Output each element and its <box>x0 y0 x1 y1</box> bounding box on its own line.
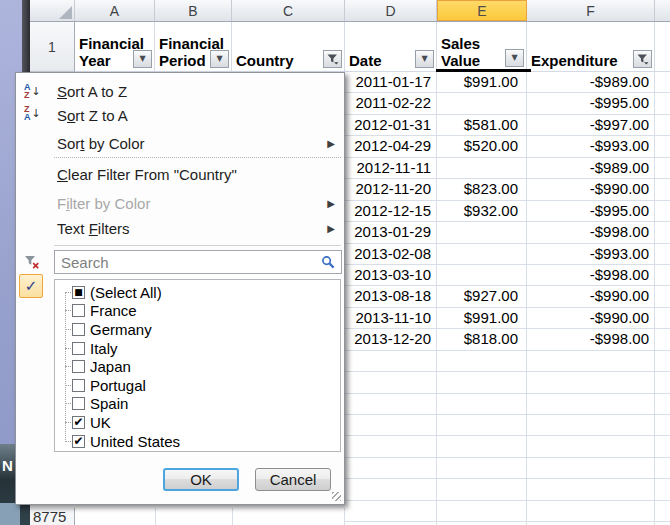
list-item-portugal[interactable]: Portugal <box>55 376 340 395</box>
cell-empty[interactable] <box>527 501 655 521</box>
column-header-g-partial[interactable] <box>655 0 670 21</box>
cell-empty[interactable] <box>655 458 670 478</box>
checkbox-germany[interactable] <box>72 323 85 336</box>
cell-expenditure[interactable]: -$995.00 <box>527 93 655 113</box>
cell-sales[interactable]: $581.00 <box>437 115 527 135</box>
cell-extra[interactable] <box>655 244 670 264</box>
list-item-spain[interactable]: Spain <box>55 395 340 414</box>
cell-expenditure[interactable]: -$989.00 <box>527 158 655 178</box>
cell-empty[interactable] <box>655 436 670 456</box>
cell-date[interactable]: 2011-02-22 <box>345 93 437 113</box>
cell-extra[interactable] <box>655 115 670 135</box>
cell-empty[interactable] <box>437 458 527 478</box>
cell-empty[interactable] <box>655 479 670 499</box>
cell-sales[interactable] <box>437 265 527 285</box>
list-item-united-states[interactable]: ✔ United States <box>55 432 340 451</box>
menu-item-sort-by-color[interactable]: Sort by Color ▶ <box>17 131 343 155</box>
cell-sales[interactable] <box>437 158 527 178</box>
cell-extra[interactable] <box>655 136 670 156</box>
cancel-button[interactable]: Cancel <box>255 468 331 491</box>
cell-empty[interactable] <box>437 372 527 392</box>
cell-date[interactable]: 2013-08-18 <box>345 286 437 306</box>
cell-empty[interactable] <box>437 351 527 371</box>
filter-dropdown-button-sales[interactable]: ▼ <box>505 49 524 67</box>
cell-empty[interactable] <box>345 436 437 456</box>
header-cell-financial-period[interactable]: Financial Period ▼ <box>155 22 232 72</box>
checkbox-italy[interactable] <box>72 342 85 355</box>
cell-empty[interactable] <box>527 415 655 435</box>
cell-expenditure[interactable]: -$993.00 <box>527 244 655 264</box>
cell-date[interactable]: 2013-02-08 <box>345 244 437 264</box>
cell-sales[interactable]: $818.00 <box>437 329 527 349</box>
select-all-corner[interactable] <box>30 0 75 21</box>
ok-button[interactable]: OK <box>163 468 239 491</box>
checkbox-united-states[interactable]: ✔ <box>72 435 85 448</box>
cell-empty[interactable] <box>437 415 527 435</box>
cell-expenditure[interactable]: -$990.00 <box>527 308 655 328</box>
cell-extra[interactable] <box>655 158 670 178</box>
cell-date[interactable]: 2013-12-20 <box>345 329 437 349</box>
cell-sales[interactable]: $520.00 <box>437 136 527 156</box>
column-header-d[interactable]: D <box>345 0 437 21</box>
cell-date[interactable]: 2013-11-10 <box>345 308 437 328</box>
column-header-b[interactable]: B <box>155 0 232 21</box>
header-cell-g-partial[interactable] <box>655 22 670 72</box>
checkbox-japan[interactable] <box>72 360 85 373</box>
column-header-f[interactable]: F <box>527 0 655 21</box>
cell-empty[interactable] <box>437 436 527 456</box>
cell-date[interactable]: 2012-01-31 <box>345 115 437 135</box>
cell-sales[interactable] <box>437 244 527 264</box>
checkbox-uk[interactable]: ✔ <box>72 416 85 429</box>
cell-empty[interactable] <box>345 394 437 414</box>
cell-empty[interactable] <box>345 501 437 521</box>
header-cell-date[interactable]: Date ▼ <box>345 22 437 72</box>
search-input[interactable] <box>55 251 325 273</box>
cell-empty[interactable] <box>527 479 655 499</box>
menu-item-sort-z-to-a[interactable]: Z A ↓ Sort Z to A <box>17 103 343 127</box>
filter-dropdown-button-year[interactable]: ▼ <box>133 50 152 68</box>
cell-expenditure[interactable]: -$990.00 <box>527 179 655 199</box>
cell-empty[interactable] <box>437 394 527 414</box>
cell-sales[interactable]: $823.00 <box>437 179 527 199</box>
cell-date[interactable]: 2012-11-20 <box>345 179 437 199</box>
cell-empty[interactable] <box>345 372 437 392</box>
search-icon[interactable] <box>321 255 336 274</box>
checkbox-select-all[interactable]: ■ <box>72 286 85 299</box>
filter-dropdown-button-country-active[interactable] <box>323 50 342 68</box>
cell-empty[interactable] <box>655 351 670 371</box>
filter-dropdown-button-period[interactable]: ▼ <box>210 50 229 68</box>
cell-empty[interactable] <box>345 458 437 478</box>
cell-sales[interactable]: $932.00 <box>437 201 527 221</box>
cell-empty[interactable] <box>527 436 655 456</box>
list-item-japan[interactable]: Japan <box>55 357 340 376</box>
cell-date[interactable]: 2012-04-29 <box>345 136 437 156</box>
cell-sales[interactable]: $991.00 <box>437 72 527 92</box>
cell-sales[interactable] <box>437 222 527 242</box>
resize-grip[interactable] <box>332 492 341 501</box>
menu-item-sort-a-to-z[interactable]: A Z ↓ Sort A to Z <box>17 79 343 103</box>
cell-empty[interactable] <box>527 458 655 478</box>
cell-empty[interactable] <box>345 415 437 435</box>
cell-empty[interactable] <box>527 351 655 371</box>
cell-extra[interactable] <box>655 329 670 349</box>
list-item-france[interactable]: France <box>55 302 340 321</box>
cell-expenditure[interactable]: -$995.00 <box>527 201 655 221</box>
cell-empty[interactable] <box>655 372 670 392</box>
column-header-c[interactable]: C <box>232 0 345 21</box>
cell-extra[interactable] <box>655 308 670 328</box>
cell-empty[interactable] <box>437 501 527 521</box>
cell-extra[interactable] <box>655 93 670 113</box>
cell-empty[interactable] <box>437 479 527 499</box>
cell-date[interactable]: 2012-12-15 <box>345 201 437 221</box>
cell-empty[interactable] <box>655 501 670 521</box>
cell-empty[interactable] <box>527 394 655 414</box>
cell-extra[interactable] <box>655 179 670 199</box>
header-cell-financial-year[interactable]: Financial Year ▼ <box>75 22 155 72</box>
checkbox-portugal[interactable] <box>72 379 85 392</box>
cell-extra[interactable] <box>655 201 670 221</box>
cell-extra[interactable] <box>655 286 670 306</box>
list-item-italy[interactable]: Italy <box>55 339 340 358</box>
cell-expenditure[interactable]: -$998.00 <box>527 329 655 349</box>
checkbox-france[interactable] <box>72 304 85 317</box>
cell-expenditure[interactable]: -$997.00 <box>527 115 655 135</box>
